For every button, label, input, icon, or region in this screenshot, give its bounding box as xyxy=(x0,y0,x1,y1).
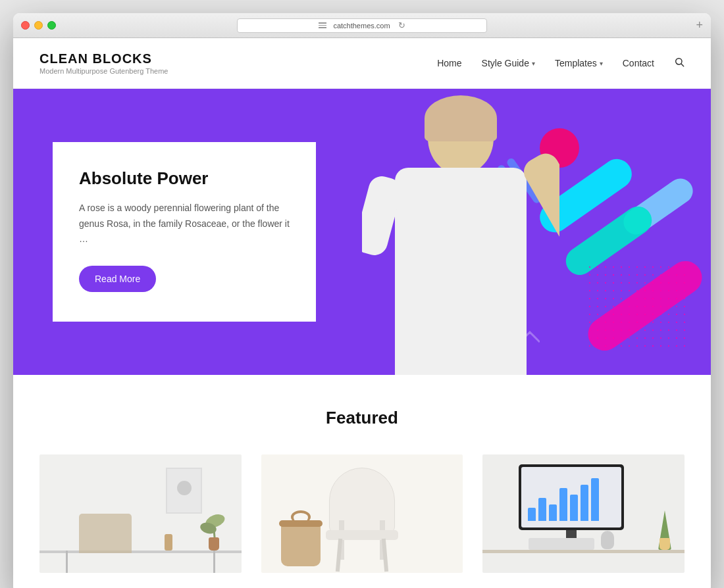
chevron-down-icon: ▾ xyxy=(532,60,535,67)
chevron-down-icon: ▾ xyxy=(600,60,603,67)
teal-bar-shape xyxy=(534,153,638,238)
logo-subtitle: Modern Multipurpose Gutenberg Theme xyxy=(39,67,168,75)
nav-contact[interactable]: Contact xyxy=(623,58,654,68)
dots-pattern xyxy=(586,263,691,349)
url-text: catchthemes.com xyxy=(333,22,390,30)
nav-home[interactable]: Home xyxy=(437,58,461,68)
main-nav: Home Style Guide ▾ Templates ▾ Contact xyxy=(437,57,685,70)
nav-templates[interactable]: Templates ▾ xyxy=(555,58,603,68)
read-more-button[interactable]: Read More xyxy=(79,266,156,292)
browser-window: catchthemes.com ↻ + CLEAN BLOCKS Modern … xyxy=(13,13,711,588)
teal-bar2-shape xyxy=(561,201,658,280)
titlebar: catchthemes.com ↻ + xyxy=(13,13,711,38)
hero-person-figure xyxy=(362,92,559,375)
reload-icon[interactable]: ↻ xyxy=(398,20,405,30)
maximize-button[interactable] xyxy=(47,21,56,30)
close-button[interactable] xyxy=(21,21,30,30)
featured-image-1 xyxy=(39,454,242,573)
stripes-shape xyxy=(467,157,544,235)
hero-card: Absolute Power A rose is a woody perenni… xyxy=(53,142,316,322)
hero-card-title: Absolute Power xyxy=(79,168,290,189)
featured-grid xyxy=(39,454,685,573)
featured-image-3 xyxy=(482,454,685,573)
featured-card-2[interactable] xyxy=(261,454,463,573)
zigzag-shape xyxy=(480,329,540,355)
minimize-button[interactable] xyxy=(34,21,43,30)
window-controls xyxy=(21,21,56,30)
logo-title: CLEAN BLOCKS xyxy=(39,51,168,66)
featured-image-2 xyxy=(261,454,463,573)
menu-icon xyxy=(319,22,326,28)
featured-title: Featured xyxy=(39,408,685,428)
featured-section: Featured xyxy=(13,375,711,588)
new-tab-button[interactable]: + xyxy=(696,18,703,32)
nav-style-guide[interactable]: Style Guide ▾ xyxy=(482,58,535,68)
site-logo[interactable]: CLEAN BLOCKS Modern Multipurpose Gutenbe… xyxy=(39,51,168,75)
pink-bar-shape xyxy=(582,255,709,357)
hero-card-text: A rose is a woody perennial flowering pl… xyxy=(79,201,290,247)
circle-shape xyxy=(540,128,579,168)
site-header: CLEAN BLOCKS Modern Multipurpose Gutenbe… xyxy=(13,38,711,89)
featured-card-1[interactable] xyxy=(39,454,242,573)
svg-line-1 xyxy=(681,64,684,66)
search-icon[interactable] xyxy=(674,57,685,70)
blue-bar-shape xyxy=(619,174,698,239)
hero-section: Absolute Power A rose is a woody perenni… xyxy=(13,89,711,375)
address-bar[interactable]: catchthemes.com ↻ xyxy=(237,18,487,33)
website-content: CLEAN BLOCKS Modern Multipurpose Gutenbe… xyxy=(13,38,711,588)
featured-card-3[interactable] xyxy=(482,454,685,573)
